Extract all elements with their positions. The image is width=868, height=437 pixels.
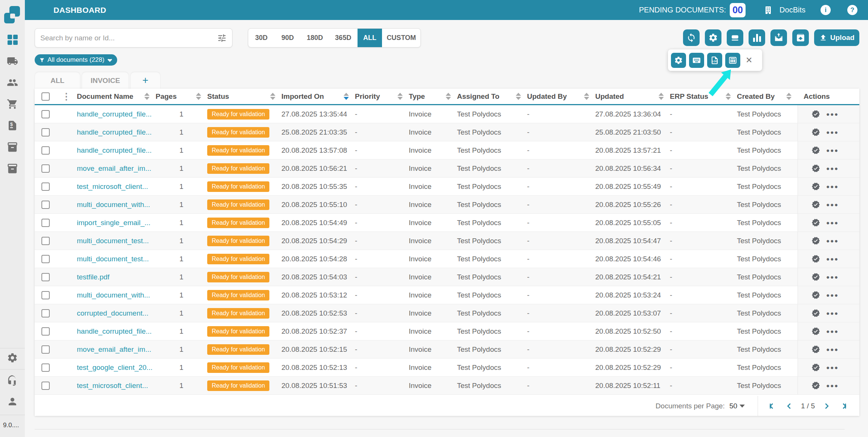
row-menu-ellipsis-icon[interactable]: ●●● [826,274,839,280]
info-icon[interactable]: i [821,5,831,15]
document-link[interactable]: import_single_email_... [77,219,150,227]
row-menu-ellipsis-icon[interactable]: ●●● [826,201,839,208]
document-link[interactable]: test_microsoft_client... [77,182,148,190]
row-menu-ellipsis-icon[interactable]: ●●● [826,364,839,371]
filter-all-button[interactable]: ALL [358,29,382,47]
document-link[interactable]: corrupted_document... [77,309,148,317]
filter-30d-button[interactable]: 30D [248,29,275,47]
per-page-select[interactable]: 50 [729,402,745,410]
sort-arrows[interactable] [659,93,664,100]
kebab-menu-icon[interactable]: ⋮ [62,92,71,101]
last-page-icon[interactable] [838,401,848,411]
verified-seal-icon[interactable] [811,273,820,281]
document-link[interactable]: multi_document_test... [77,237,149,245]
row-checkbox[interactable] [41,128,50,136]
row-checkbox[interactable] [41,382,50,390]
row-menu-ellipsis-icon[interactable]: ●●● [826,147,839,153]
next-page-icon[interactable] [822,401,831,411]
sort-arrows[interactable] [726,93,731,100]
row-menu-ellipsis-icon[interactable]: ●●● [826,111,839,117]
shipping-truck-icon[interactable] [7,55,18,67]
document-link[interactable]: multi_document_with... [77,201,150,209]
invoice-document-icon[interactable]: $ [7,120,18,131]
verified-seal-icon[interactable] [811,363,820,372]
email-import-button[interactable] [770,29,787,46]
users-icon[interactable] [7,77,18,88]
document-link[interactable]: move_email_after_im... [77,164,151,172]
document-link[interactable]: handle_corrupted_file... [77,110,152,118]
search-input[interactable] [35,34,217,42]
tab-invoice[interactable]: INVOICE [82,72,129,89]
row-checkbox[interactable] [41,273,50,281]
verified-seal-icon[interactable] [811,200,820,209]
tab-all[interactable]: ALL [35,72,80,89]
sort-arrows-active[interactable] [344,93,349,100]
organization-building-icon[interactable] [764,6,773,15]
verified-seal-icon[interactable] [811,309,820,317]
dashboard-grid-icon[interactable] [7,34,18,45]
row-menu-ellipsis-icon[interactable]: ●●● [826,256,839,262]
headset-support-icon[interactable] [7,375,18,386]
document-link[interactable]: multi_document_with... [77,291,150,299]
row-checkbox[interactable] [41,255,50,263]
refresh-button[interactable] [683,29,700,46]
verified-seal-icon[interactable] [811,128,820,136]
verified-seal-icon[interactable] [811,381,820,390]
export-box-button[interactable] [792,29,809,46]
filter-365d-button[interactable]: 365D [329,29,358,47]
package-box-icon[interactable] [7,141,18,153]
row-checkbox[interactable] [41,291,50,299]
upload-button[interactable]: Upload [814,29,859,46]
row-menu-ellipsis-icon[interactable]: ●●● [826,219,839,226]
row-checkbox[interactable] [41,146,50,155]
document-link[interactable]: handle_corrupted_file... [77,128,152,136]
row-checkbox[interactable] [41,110,50,118]
document-link[interactable]: handle_corrupted_file... [77,327,152,335]
sort-arrows[interactable] [516,93,521,100]
first-page-icon[interactable] [768,401,778,411]
row-checkbox[interactable] [41,182,50,191]
row-checkbox[interactable] [41,237,50,245]
scanner-button[interactable] [727,29,743,46]
sort-arrows[interactable] [270,93,275,100]
sort-arrows[interactable] [786,93,792,100]
verified-seal-icon[interactable] [811,164,820,173]
row-menu-ellipsis-icon[interactable]: ●●● [826,129,839,135]
document-link[interactable]: test_google_client_20... [77,363,153,371]
sort-arrows[interactable] [196,93,201,100]
settings-gear-icon[interactable] [7,352,18,363]
filter-90d-button[interactable]: 90D [275,29,301,47]
row-checkbox[interactable] [41,309,50,317]
row-checkbox[interactable] [41,363,50,372]
popup-columns-button[interactable] [725,53,740,68]
popup-close-icon[interactable]: ✕ [746,56,752,64]
document-link[interactable]: move_email_after_im... [77,345,151,353]
add-tab-button[interactable]: + [130,72,160,89]
row-checkbox[interactable] [41,345,50,354]
sort-arrows[interactable] [446,93,451,100]
filter-180d-button[interactable]: 180D [301,29,329,47]
document-link[interactable]: test_microsoft_client... [77,382,148,389]
row-menu-ellipsis-icon[interactable]: ●●● [826,238,839,244]
document-link[interactable]: multi_document_test... [77,255,149,263]
row-menu-ellipsis-icon[interactable]: ●●● [826,310,839,316]
row-menu-ellipsis-icon[interactable]: ●●● [826,328,839,334]
document-link[interactable]: testfile.pdf [77,273,110,281]
verified-seal-icon[interactable] [811,327,820,336]
analytics-button[interactable] [749,29,765,46]
select-all-checkbox[interactable] [41,92,50,101]
previous-page-icon[interactable] [784,401,794,411]
row-menu-ellipsis-icon[interactable]: ●●● [826,382,839,389]
row-menu-ellipsis-icon[interactable]: ●●● [826,165,839,172]
popup-log-button[interactable]: LOG [707,53,722,68]
verified-seal-icon[interactable] [811,236,820,245]
row-checkbox[interactable] [41,201,50,209]
sort-arrows[interactable] [397,93,403,100]
filter-custom-button[interactable]: CUSTOM [382,29,420,47]
row-menu-ellipsis-icon[interactable]: ●●● [826,292,839,298]
row-menu-ellipsis-icon[interactable]: ●●● [826,346,839,353]
verified-seal-icon[interactable] [811,110,820,118]
pending-count-badge[interactable]: 00 [730,3,746,17]
row-checkbox[interactable] [41,327,50,336]
app-logo-icon[interactable] [0,4,25,29]
